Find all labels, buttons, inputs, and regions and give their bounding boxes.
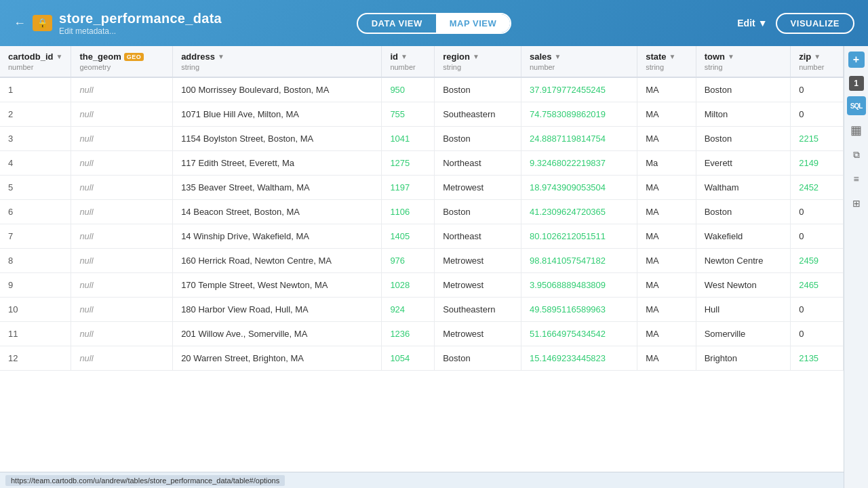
cell-cartodb-id: 7 bbox=[0, 224, 71, 249]
table-header: cartodb_id ▼ number the_geom GEO geometr… bbox=[0, 46, 844, 77]
cell-state: MA bbox=[637, 77, 696, 102]
sidebar-copy-icon[interactable]: ⧉ bbox=[847, 145, 866, 164]
cell-the-geom: null bbox=[71, 322, 173, 346]
cell-zip: 2135 bbox=[791, 346, 844, 371]
col-header-cartodb-id[interactable]: cartodb_id ▼ number bbox=[0, 46, 71, 77]
cell-address: 135 Beaver Street, Waltham, MA bbox=[173, 176, 382, 200]
cell-town: Newton Centre bbox=[696, 249, 791, 273]
table-row: 8 null 160 Herrick Road, Newton Centre, … bbox=[0, 249, 844, 273]
cell-sales: 3.95068889483809 bbox=[521, 273, 637, 298]
cell-address: 1154 Boylston Street, Boston, MA bbox=[173, 127, 382, 151]
cell-zip: 0 bbox=[791, 224, 844, 249]
cell-region: Metrowest bbox=[435, 249, 521, 273]
table-row: 6 null 14 Beacon Street, Boston, MA 1106… bbox=[0, 200, 844, 224]
sidebar-num-button[interactable]: 1 bbox=[849, 76, 864, 91]
cell-town: Hull bbox=[696, 298, 791, 322]
table-row: 4 null 117 Edith Street, Everett, Ma 127… bbox=[0, 151, 844, 176]
cell-cartodb-id: 8 bbox=[0, 249, 71, 273]
cell-region: Metrowest bbox=[435, 322, 521, 346]
data-view-button[interactable]: DATA VIEW bbox=[358, 14, 436, 33]
cell-state: MA bbox=[637, 127, 696, 151]
cell-the-geom: null bbox=[71, 151, 173, 176]
cell-state: MA bbox=[637, 200, 696, 224]
cell-the-geom: null bbox=[71, 224, 173, 249]
cell-zip: 0 bbox=[791, 200, 844, 224]
sidebar-chart-icon[interactable]: ▦ bbox=[847, 121, 866, 140]
cell-address: 20 Warren Street, Brighton, MA bbox=[173, 346, 382, 371]
sidebar-sql-icon[interactable]: SQL bbox=[847, 96, 866, 115]
table-row: 11 null 201 Willow Ave., Somerville, MA … bbox=[0, 322, 844, 346]
col-header-id[interactable]: id ▼ number bbox=[382, 46, 435, 77]
cell-cartodb-id: 11 bbox=[0, 322, 71, 346]
cell-address: 100 Morrissey Boulevard, Boston, MA bbox=[173, 77, 382, 102]
cell-id: 1236 bbox=[382, 322, 435, 346]
sidebar-list-icon[interactable]: ≡ bbox=[847, 169, 866, 188]
cell-state: MA bbox=[637, 298, 696, 322]
col-header-region[interactable]: region ▼ string bbox=[435, 46, 521, 77]
cell-address: 14 Winship Drive, Wakefield, MA bbox=[173, 224, 382, 249]
cell-town: Brighton bbox=[696, 346, 791, 371]
cell-address: 180 Harbor View Road, Hull, MA bbox=[173, 298, 382, 322]
cell-state: MA bbox=[637, 322, 696, 346]
cell-sales: 24.8887119814754 bbox=[521, 127, 637, 151]
cell-the-geom: null bbox=[71, 273, 173, 298]
table-row: 1 null 100 Morrissey Boulevard, Boston, … bbox=[0, 77, 844, 102]
dataset-title: store_performance_data bbox=[59, 11, 222, 26]
cell-id: 1197 bbox=[382, 176, 435, 200]
cell-address: 1071 Blue Hill Ave, Milton, MA bbox=[173, 102, 382, 127]
cell-region: Boston bbox=[435, 346, 521, 371]
cell-cartodb-id: 1 bbox=[0, 77, 71, 102]
table-row: 5 null 135 Beaver Street, Waltham, MA 11… bbox=[0, 176, 844, 200]
visualize-button[interactable]: VISUALIZE bbox=[776, 13, 854, 34]
cell-id: 950 bbox=[382, 77, 435, 102]
col-header-town[interactable]: town ▼ string bbox=[696, 46, 791, 77]
cell-zip: 0 bbox=[791, 322, 844, 346]
table-container: cartodb_id ▼ number the_geom GEO geometr… bbox=[0, 46, 844, 472]
cell-sales: 51.1664975434542 bbox=[521, 322, 637, 346]
cell-town: Milton bbox=[696, 102, 791, 127]
title-group: store_performance_data Edit metadata... bbox=[59, 11, 222, 36]
cell-state: MA bbox=[637, 224, 696, 249]
cell-region: Northeast bbox=[435, 224, 521, 249]
back-icon[interactable]: ← bbox=[14, 16, 26, 30]
col-header-the-geom[interactable]: the_geom GEO geometry bbox=[71, 46, 173, 77]
col-header-zip[interactable]: zip ▼ number bbox=[791, 46, 844, 77]
col-header-address[interactable]: address ▼ string bbox=[173, 46, 382, 77]
cell-id: 1106 bbox=[382, 200, 435, 224]
header-left: ← 🔒 store_performance_data Edit metadata… bbox=[14, 11, 357, 36]
col-header-state[interactable]: state ▼ string bbox=[637, 46, 696, 77]
cell-cartodb-id: 12 bbox=[0, 346, 71, 371]
edit-button[interactable]: Edit ▼ bbox=[737, 18, 767, 28]
map-view-button[interactable]: MAP VIEW bbox=[436, 14, 511, 33]
cell-sales: 41.2309624720365 bbox=[521, 200, 637, 224]
cell-address: 170 Temple Street, West Newton, MA bbox=[173, 273, 382, 298]
table-row: 12 null 20 Warren Street, Brighton, MA 1… bbox=[0, 346, 844, 371]
cell-region: Northeast bbox=[435, 151, 521, 176]
cell-region: Metrowest bbox=[435, 176, 521, 200]
cell-address: 160 Herrick Road, Newton Centre, MA bbox=[173, 249, 382, 273]
status-bar: https://team.cartodb.com/u/andrew/tables… bbox=[0, 472, 844, 488]
col-header-sales[interactable]: sales ▼ number bbox=[521, 46, 637, 77]
cell-id: 1275 bbox=[382, 151, 435, 176]
edit-metadata-link[interactable]: Edit metadata... bbox=[59, 26, 222, 36]
cell-zip: 2215 bbox=[791, 127, 844, 151]
header-right: Edit ▼ VISUALIZE bbox=[511, 13, 854, 34]
cell-id: 976 bbox=[382, 249, 435, 273]
cell-sales: 98.8141057547182 bbox=[521, 249, 637, 273]
sidebar-rows-icon[interactable]: ⊞ bbox=[847, 194, 866, 213]
cell-sales: 37.9179772455245 bbox=[521, 77, 637, 102]
header: ← 🔒 store_performance_data Edit metadata… bbox=[0, 0, 868, 46]
sidebar-add-button[interactable]: + bbox=[848, 52, 865, 68]
cell-region: Boston bbox=[435, 77, 521, 102]
cell-zip: 0 bbox=[791, 298, 844, 322]
cell-zip: 2459 bbox=[791, 249, 844, 273]
cell-state: MA bbox=[637, 273, 696, 298]
status-url: https://team.cartodb.com/u/andrew/tables… bbox=[5, 475, 285, 486]
cell-state: MA bbox=[637, 102, 696, 127]
table-row: 3 null 1154 Boylston Street, Boston, MA … bbox=[0, 127, 844, 151]
cell-town: Boston bbox=[696, 77, 791, 102]
cell-id: 1028 bbox=[382, 273, 435, 298]
cell-state: Ma bbox=[637, 151, 696, 176]
cell-zip: 2452 bbox=[791, 176, 844, 200]
cell-sales: 15.1469233445823 bbox=[521, 346, 637, 371]
